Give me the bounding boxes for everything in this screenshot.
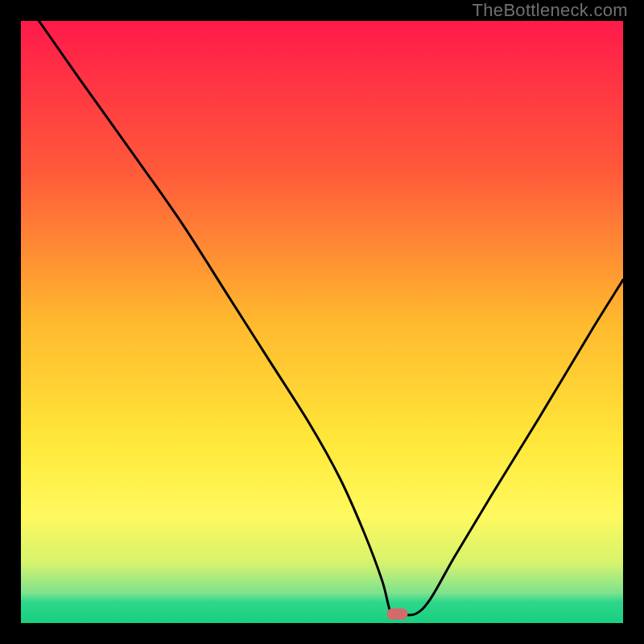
svg-rect-0: [21, 21, 623, 623]
watermark-text: TheBottleneck.com: [473, 0, 628, 21]
optimal-marker: [387, 609, 408, 620]
bottleneck-chart: [0, 0, 644, 644]
chart-stage: TheBottleneck.com: [0, 0, 644, 644]
